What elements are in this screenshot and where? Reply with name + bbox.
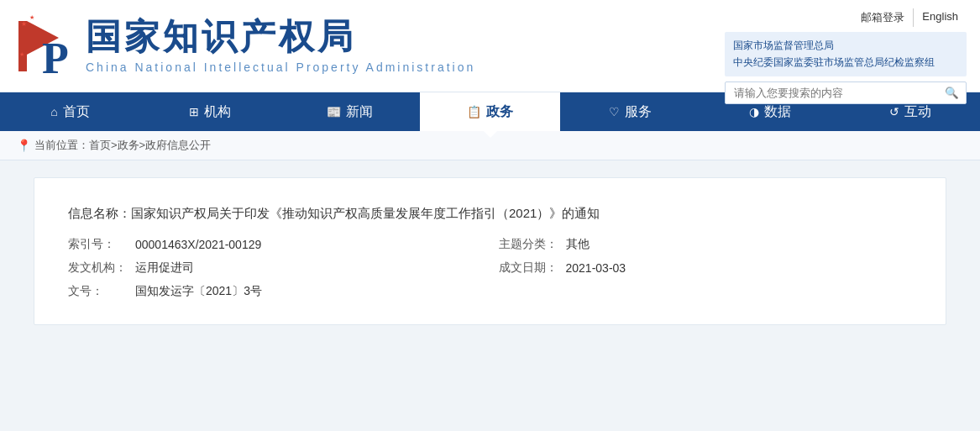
nav-item-news[interactable]: 📰 新闻 — [280, 92, 420, 131]
issuer-value: 运用促进司 — [135, 260, 194, 276]
doc-num-row: 文号： 国知发运字〔2021〕3号 — [68, 284, 912, 299]
nav-label-news: 新闻 — [346, 103, 373, 121]
email-login-link[interactable]: 邮箱登录 — [852, 8, 914, 27]
institution-icon: ⊞ — [189, 105, 199, 118]
logo-icon: ★ ★ ★ P — [17, 13, 76, 80]
svg-text:★: ★ — [19, 51, 24, 57]
document-title-row: 信息名称： 国家知识产权局关于印发《推动知识产权高质量发展年度工作指引（2021… — [68, 203, 912, 223]
english-link[interactable]: English — [914, 8, 967, 27]
nav-label-home: 首页 — [63, 103, 90, 121]
org-link-1[interactable]: 国家市场监督管理总局 — [733, 37, 834, 54]
nav-label-affairs: 政务 — [486, 103, 513, 121]
location-icon: 📍 — [17, 139, 31, 152]
doc-num-label: 文号： — [68, 284, 135, 299]
issuer-label: 发文机构： — [68, 260, 135, 276]
nav-item-interact[interactable]: ↺ 互动 — [840, 92, 980, 131]
svg-text:★: ★ — [21, 20, 27, 28]
nav-item-institution[interactable]: ⊞ 机构 — [140, 92, 280, 131]
nav-label-institution: 机构 — [204, 103, 231, 121]
index-label: 索引号： — [68, 237, 135, 252]
nav-label-interact: 互动 — [904, 103, 931, 121]
interact-icon: ↺ — [889, 105, 899, 118]
home-icon: ⌂ — [50, 105, 57, 118]
date-row: 成文日期： 2021-03-03 — [499, 260, 913, 276]
affairs-icon: 📋 — [467, 105, 481, 118]
news-icon: 📰 — [327, 105, 341, 118]
nav-item-home[interactable]: ⌂ 首页 — [0, 92, 140, 131]
category-value: 其他 — [566, 237, 590, 252]
nav-bar: ⌂ 首页 ⊞ 机构 📰 新闻 📋 政务 ♡ 服务 ◑ 数据 ↺ 互动 — [0, 92, 980, 131]
org-link-2[interactable]: 中央纪委国家监委驻市场监管总局纪检监察组 — [733, 54, 935, 71]
nav-item-service[interactable]: ♡ 服务 — [560, 92, 700, 131]
service-icon: ♡ — [609, 105, 620, 118]
date-label: 成文日期： — [499, 260, 566, 276]
info-grid: 索引号： 00001463X/2021-00129 主题分类： 其他 发文机构：… — [68, 237, 912, 276]
nav-item-affairs[interactable]: 📋 政务 — [420, 92, 560, 131]
title-value: 国家知识产权局关于印发《推动知识产权高质量发展年度工作指引（2021）》的通知 — [131, 203, 600, 223]
svg-rect-0 — [18, 21, 27, 71]
issuer-row: 发文机构： 运用促进司 — [68, 260, 482, 276]
nav-item-data[interactable]: ◑ 数据 — [700, 92, 841, 131]
svg-text:P: P — [42, 34, 69, 80]
data-icon: ◑ — [749, 105, 759, 118]
logo-area: ★ ★ ★ P 国家知识产权局 China National Intellect… — [0, 0, 492, 92]
index-value: 00001463X/2021-00129 — [135, 238, 261, 251]
date-value: 2021-03-03 — [566, 261, 626, 275]
title-label: 信息名称： — [68, 203, 131, 223]
index-row: 索引号： 00001463X/2021-00129 — [68, 237, 482, 252]
category-label: 主题分类： — [499, 237, 566, 252]
top-links: 邮箱登录 English — [852, 8, 967, 27]
nav-label-data: 数据 — [764, 103, 791, 121]
content-area: 信息名称： 国家知识产权局关于印发《推动知识产权高质量发展年度工作指引（2021… — [34, 177, 946, 325]
nav-label-service: 服务 — [625, 103, 652, 121]
org-links-box: 国家市场监督管理总局 中央纪委国家监委驻市场监管总局纪检监察组 — [725, 32, 967, 76]
top-right-area: 邮箱登录 English 国家市场监督管理总局 中央纪委国家监委驻市场监管总局纪… — [711, 0, 980, 92]
doc-num-value: 国知发运字〔2021〕3号 — [135, 284, 262, 299]
category-row: 主题分类： 其他 — [499, 237, 913, 252]
logo-english-name: China National Intellectual Property Adm… — [86, 60, 475, 74]
breadcrumb-text: 当前位置：首页>政务>政府信息公开 — [34, 138, 211, 153]
logo-text-area: 国家知识产权局 China National Intellectual Prop… — [86, 18, 475, 73]
top-bar: ★ ★ ★ P 国家知识产权局 China National Intellect… — [0, 0, 980, 92]
svg-text:★: ★ — [29, 14, 34, 20]
logo-chinese-name: 国家知识产权局 — [86, 18, 475, 56]
